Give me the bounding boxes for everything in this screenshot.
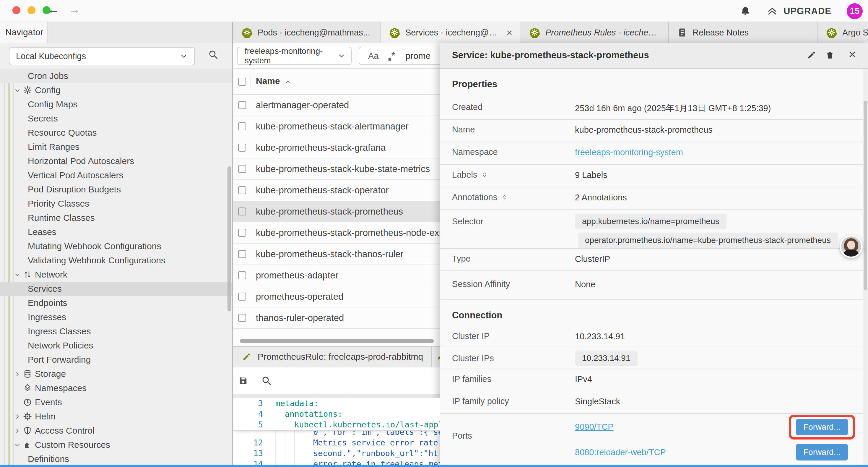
sidebar-item-endpoints[interactable]: Endpoints <box>0 296 232 310</box>
back-button[interactable]: ← <box>44 2 62 17</box>
sidebar-item-limit-ranges[interactable]: Limit Ranges <box>0 140 232 154</box>
navigator-tab[interactable]: Navigator <box>0 22 48 43</box>
table-row-thanos-ruler-operated[interactable]: thanos-ruler-operated <box>234 308 440 329</box>
table-row-kube-prometheus-stack-grafana[interactable]: kube-prometheus-stack-grafana <box>234 137 440 158</box>
close-tab-icon[interactable]: × <box>506 27 512 38</box>
sidebar-item-network[interactable]: Network <box>0 267 232 282</box>
row-checkbox[interactable] <box>238 229 246 237</box>
edit-pencil-icon[interactable] <box>807 51 816 59</box>
sidebar-item-validating-webhook-configurations[interactable]: Validating Webhook Configurations <box>0 253 232 267</box>
namespace-link[interactable]: freeleaps-monitoring-system <box>575 147 683 157</box>
sort-toggle-icon[interactable] <box>501 193 508 201</box>
row-checkbox[interactable] <box>238 207 246 215</box>
tab-pods-icecheng-mathmas[interactable]: Pods - icecheng@mathmas... <box>234 22 381 43</box>
table-row-alertmanager-operated[interactable]: alertmanager-operated <box>234 95 440 116</box>
sidebar-item-services[interactable]: Services <box>0 282 232 296</box>
notification-badge[interactable]: 15 <box>847 3 863 19</box>
row-checkbox[interactable] <box>238 165 246 173</box>
minimize-window-button[interactable] <box>28 6 35 14</box>
row-checkbox[interactable] <box>238 293 246 300</box>
tab-argo-se[interactable]: Argo Se <box>818 22 868 43</box>
table-horizontal-scrollbar[interactable] <box>240 339 434 343</box>
sidebar-item-port-forwarding[interactable]: Port Forwarding <box>0 353 232 367</box>
row-checkbox[interactable] <box>238 144 246 152</box>
sidebar-item-pod-disruption-budgets[interactable]: Pod Disruption Budgets <box>0 182 232 197</box>
search-icon[interactable] <box>261 375 272 386</box>
detail-scrollbar-thumb[interactable] <box>864 101 867 290</box>
sidebar-item-cron-jobs[interactable]: Cron Jobs <box>0 69 232 83</box>
editor-tab-prometheusrule[interactable]: PrometheusRule: freeleaps-prod-rabbitmq <box>234 347 432 367</box>
chevron-down-icon[interactable] <box>14 272 21 278</box>
kubeconfig-select[interactable]: Local Kubeconfigs <box>9 47 195 65</box>
gear-icon <box>23 86 32 95</box>
tab-services-icecheng-math[interactable]: Services - icecheng@math...× <box>381 22 521 43</box>
trash-icon[interactable] <box>826 51 834 59</box>
row-checkbox[interactable] <box>238 250 246 258</box>
sidebar-item-config[interactable]: Config <box>0 83 232 97</box>
port-link[interactable]: 9090/TCP <box>575 422 614 432</box>
sidebar-item-resource-quotas[interactable]: Resource Quotas <box>0 126 232 140</box>
sidebar-item-vertical-pod-autoscalers[interactable]: Vertical Pod Autoscalers <box>0 168 232 182</box>
sort-asc-icon[interactable] <box>284 78 291 85</box>
row-checkbox[interactable] <box>238 271 246 279</box>
forward-button[interactable]: Forward... <box>796 444 848 461</box>
name-column-header[interactable]: Name <box>256 76 280 86</box>
row-checkbox[interactable] <box>238 314 246 322</box>
tab-release-notes[interactable]: Release Notes <box>669 22 818 43</box>
chevron-right-icon[interactable] <box>14 371 21 377</box>
chevron-right-icon[interactable] <box>14 413 21 420</box>
sidebar-item-mutating-webhook-configurations[interactable]: Mutating Webhook Configurations <box>0 239 232 253</box>
table-row-kube-prometheus-stack-operator[interactable]: kube-prometheus-stack-operator <box>234 180 440 201</box>
sidebar-item-horizontal-pod-autoscalers[interactable]: Horizontal Pod Autoscalers <box>0 154 232 168</box>
tab-prometheus-rules-icecheng[interactable]: Prometheus Rules - icecheng... <box>521 22 669 43</box>
table-row-prometheus-operated[interactable]: prometheus-operated <box>234 286 440 308</box>
bell-icon[interactable] <box>740 6 750 16</box>
chevron-down-icon[interactable] <box>14 87 21 94</box>
sidebar-item-config-maps[interactable]: Config Maps <box>0 97 232 111</box>
regex-toggle[interactable]: * <box>389 52 395 61</box>
close-icon[interactable]: × <box>848 47 856 62</box>
sidebar-item-definitions[interactable]: Definitions <box>0 452 232 466</box>
chevron-down-icon[interactable] <box>14 442 21 448</box>
tab-label: Services - icecheng@math... <box>405 28 498 37</box>
upgrade-button[interactable]: UPGRADE <box>766 6 831 17</box>
sidebar-item-storage[interactable]: Storage <box>0 367 232 381</box>
detail-scrollbar-track[interactable] <box>863 69 868 467</box>
search-icon[interactable] <box>208 49 219 60</box>
sidebar-item-priority-classes[interactable]: Priority Classes <box>0 197 232 211</box>
sidebar-item-runtime-classes[interactable]: Runtime Classes <box>0 211 232 225</box>
sidebar-item-access-control[interactable]: Access Control <box>0 424 232 438</box>
match-case-toggle[interactable]: Aa <box>368 51 378 61</box>
table-row-kube-prometheus-stack-prometheus-node-ex[interactable]: kube-prometheus-stack-prometheus-node-ex… <box>234 222 440 243</box>
namespace-select[interactable]: freeleaps-monitoring-system <box>237 47 351 65</box>
table-row-kube-prometheus-stack-alertmanager[interactable]: kube-prometheus-stack-alertmanager <box>234 116 440 137</box>
sidebar-item-namespaces[interactable]: Namespaces <box>0 381 232 395</box>
yaml-editor[interactable]: 3metadata:4annotations:5kubectl.kubernet… <box>234 398 440 467</box>
row-checkbox[interactable] <box>238 122 246 130</box>
sidebar-item-ingress-classes[interactable]: Ingress Classes <box>0 324 232 339</box>
forward-button[interactable]: Forward... <box>796 419 848 435</box>
close-window-button[interactable] <box>12 6 20 14</box>
sidebar-item-helm[interactable]: Helm <box>0 409 232 424</box>
row-checkbox[interactable] <box>238 186 246 194</box>
chevron-right-icon[interactable] <box>14 428 21 434</box>
sidebar-item-ingresses[interactable]: Ingresses <box>0 310 232 324</box>
row-checkbox[interactable] <box>238 101 246 109</box>
sidebar-item-events[interactable]: Events <box>0 395 232 409</box>
table-row-prometheus-adapter[interactable]: prometheus-adapter <box>234 265 440 286</box>
port-link[interactable]: 8080:reloader-web/TCP <box>575 447 666 457</box>
editor-tab-partial[interactable] <box>435 347 440 367</box>
sidebar-scrollbar[interactable] <box>227 167 231 311</box>
sort-toggle-icon[interactable] <box>481 171 488 178</box>
forward-button[interactable]: → <box>66 2 83 17</box>
table-row-kube-prometheus-stack-thanos-ruler[interactable]: kube-prometheus-stack-thanos-ruler <box>234 243 440 265</box>
user-avatar[interactable] <box>840 235 863 258</box>
table-row-kube-prometheus-stack-prometheus[interactable]: kube-prometheus-stack-prometheus <box>234 201 440 222</box>
sidebar-item-leases[interactable]: Leases <box>0 225 232 239</box>
save-icon[interactable] <box>238 376 248 386</box>
table-row-kube-prometheus-stack-kube-state-metrics[interactable]: kube-prometheus-stack-kube-state-metrics <box>234 158 440 180</box>
sidebar-item-network-policies[interactable]: Network Policies <box>0 339 232 353</box>
sidebar-item-custom-resources[interactable]: Custom Resources <box>0 438 232 452</box>
sidebar-item-secrets[interactable]: Secrets <box>0 111 232 126</box>
select-all-checkbox[interactable] <box>238 78 246 86</box>
